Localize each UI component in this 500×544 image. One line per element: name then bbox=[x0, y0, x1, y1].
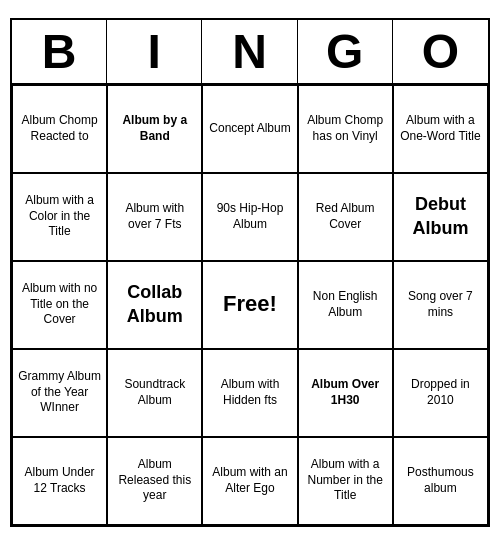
bingo-cell-24[interactable]: Posthumous album bbox=[393, 437, 488, 525]
bingo-cell-16[interactable]: Soundtrack Album bbox=[107, 349, 202, 437]
bingo-grid: Album Chomp Reacted toAlbum by a BandCon… bbox=[12, 85, 488, 525]
bingo-cell-13[interactable]: Non English Album bbox=[298, 261, 393, 349]
bingo-cell-2[interactable]: Concept Album bbox=[202, 85, 297, 173]
bingo-cell-22[interactable]: Album with an Alter Ego bbox=[202, 437, 297, 525]
bingo-cell-23[interactable]: Album with a Number in the Title bbox=[298, 437, 393, 525]
bingo-cell-9[interactable]: Debut Album bbox=[393, 173, 488, 261]
bingo-cell-17[interactable]: Album with Hidden fts bbox=[202, 349, 297, 437]
bingo-letter-n: N bbox=[202, 20, 297, 83]
bingo-cell-6[interactable]: Album with over 7 Fts bbox=[107, 173, 202, 261]
bingo-cell-10[interactable]: Album with no Title on the Cover bbox=[12, 261, 107, 349]
bingo-letter-o: O bbox=[393, 20, 488, 83]
bingo-cell-18[interactable]: Album Over 1H30 bbox=[298, 349, 393, 437]
bingo-cell-0[interactable]: Album Chomp Reacted to bbox=[12, 85, 107, 173]
bingo-cell-15[interactable]: Grammy Album of the Year WInner bbox=[12, 349, 107, 437]
bingo-card: BINGO Album Chomp Reacted toAlbum by a B… bbox=[10, 18, 490, 527]
bingo-cell-14[interactable]: Song over 7 mins bbox=[393, 261, 488, 349]
bingo-cell-1[interactable]: Album by a Band bbox=[107, 85, 202, 173]
bingo-cell-4[interactable]: Album with a One-Word Title bbox=[393, 85, 488, 173]
bingo-cell-11[interactable]: Collab Album bbox=[107, 261, 202, 349]
bingo-header: BINGO bbox=[12, 20, 488, 85]
bingo-cell-8[interactable]: Red Album Cover bbox=[298, 173, 393, 261]
bingo-cell-3[interactable]: Album Chomp has on Vinyl bbox=[298, 85, 393, 173]
bingo-letter-g: G bbox=[298, 20, 393, 83]
bingo-letter-i: I bbox=[107, 20, 202, 83]
bingo-letter-b: B bbox=[12, 20, 107, 83]
bingo-cell-20[interactable]: Album Under 12 Tracks bbox=[12, 437, 107, 525]
bingo-cell-5[interactable]: Album with a Color in the Title bbox=[12, 173, 107, 261]
bingo-cell-19[interactable]: Dropped in 2010 bbox=[393, 349, 488, 437]
bingo-cell-12[interactable]: Free! bbox=[202, 261, 297, 349]
bingo-cell-7[interactable]: 90s Hip-Hop Album bbox=[202, 173, 297, 261]
bingo-cell-21[interactable]: Album Released this year bbox=[107, 437, 202, 525]
